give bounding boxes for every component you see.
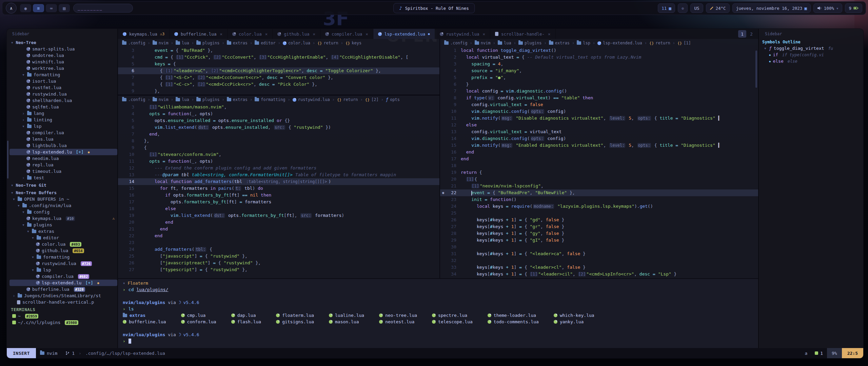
- code-line[interactable]: 23 init = function(): [440, 196, 758, 203]
- terminal-prompt-line[interactable]: ›: [123, 338, 758, 344]
- code-line[interactable]: 9 {: [118, 144, 439, 151]
- code-line[interactable]: 22 end: [118, 232, 439, 239]
- tree-item[interactable]: undotree.lua: [9, 52, 117, 59]
- symbol-item[interactable]: ◆ifif type(config.vi: [762, 52, 860, 58]
- code-line[interactable]: 19return {: [440, 169, 758, 176]
- tree-item[interactable]: lsp-extended.lu[+]●: [9, 149, 117, 155]
- tree-item[interactable]: compiler.lua#682: [9, 273, 117, 280]
- tree-item[interactable]: color.lua#493: [9, 241, 117, 247]
- code-line[interactable]: 19 vim.list_extend(dst: opts.formatters_…: [118, 212, 439, 219]
- editor-tab[interactable]: rustywind.lua×: [435, 29, 490, 39]
- tree-item[interactable]: sqlfmt.lua: [9, 104, 117, 110]
- tree-item[interactable]: ▾.config/nvim/lua: [9, 202, 117, 209]
- close-icon[interactable]: ×: [265, 32, 268, 37]
- code-line[interactable]: 6 vim.list_extend(dst: opts.ensure_insta…: [118, 124, 439, 131]
- breadcrumb-item[interactable]: editor: [255, 41, 275, 45]
- code-line[interactable]: 16 if opts.formatters_by_ft[ft] == nil t…: [118, 192, 439, 199]
- code-line[interactable]: 3 spacing = 4,: [440, 61, 758, 67]
- breadcrumb-item[interactable]: {}keys: [346, 41, 361, 45]
- code-line[interactable]: 21 end: [118, 226, 439, 232]
- code-editor-rustywind-lua[interactable]: 3 [1]"williamboman/mason.nvim",4 opts = …: [118, 104, 439, 278]
- code-line[interactable]: 18: [440, 162, 758, 169]
- code-line[interactable]: 15 for ft, formatters in pairs(t: tbl) d…: [118, 185, 439, 192]
- breadcrumb-item[interactable]: {}return: [649, 41, 670, 45]
- tree-item[interactable]: bufferline.lua#328: [9, 286, 117, 292]
- tree-item[interactable]: ▾OPEN BUFFERS in ~: [9, 196, 117, 202]
- code-line[interactable]: 26 ["javascriptreact"] = { "rustywind" }…: [118, 260, 439, 266]
- code-line[interactable]: 4 source = "if_many",: [440, 67, 758, 74]
- tabpage-indicator[interactable]: 2: [747, 30, 755, 38]
- breadcrumb-item[interactable]: extras: [227, 41, 248, 45]
- code-line[interactable]: 27 ["typescript"] = { "rustywind" },: [118, 266, 439, 273]
- clock-widget[interactable]: jueves, noviembre 16, 2023 ▣: [732, 3, 811, 13]
- code-editor-color-lua[interactable]: 3 event = { "BufRead" },4 cmd = { [1]"Cc…: [118, 47, 439, 95]
- tree-item[interactable]: ~/.c/n/l/plugins#3980: [9, 319, 117, 326]
- tree-item[interactable]: ▾lsp: [9, 267, 117, 273]
- tree-item[interactable]: timeout.lua: [9, 168, 117, 175]
- neo-tree-section-header[interactable]: ▾ Neo-Tree: [9, 39, 117, 46]
- tree-item[interactable]: worktree.lua: [9, 65, 117, 72]
- code-line[interactable]: 30: [440, 244, 758, 250]
- tree-item[interactable]: repl.lua: [9, 162, 117, 168]
- code-line[interactable]: 26 keys[#keys + 1] = { "gd", false }: [440, 217, 758, 223]
- editor-tab[interactable]: keymaps.lua⚠3: [118, 29, 170, 39]
- tree-item[interactable]: lightbulb.lua: [9, 142, 117, 149]
- code-line[interactable]: 20 end: [118, 219, 439, 226]
- breadcrumb-item[interactable]: .config: [444, 41, 468, 45]
- code-line[interactable]: 7 local config = vim.diagnostic.config(): [440, 88, 758, 95]
- workspace-button[interactable]: ▤: [59, 4, 70, 12]
- code-line[interactable]: 8 if type(v: config.virtual_text) == "ta…: [440, 95, 758, 101]
- media-widget[interactable]: ♪ Spiritbox - Rule Of Nines: [393, 3, 475, 13]
- code-line[interactable]: 5 prefix = "●",: [440, 74, 758, 81]
- code-line[interactable]: 32: [440, 257, 758, 264]
- code-line[interactable]: 16 end: [440, 149, 758, 156]
- tree-item[interactable]: rustywind.lua#726: [9, 260, 117, 267]
- close-icon[interactable]: ×: [548, 32, 551, 37]
- breadcrumb-item[interactable]: lsp-extended.lua: [597, 41, 642, 45]
- neo-tree-git-section-header[interactable]: ▾ Neo-Tree Git: [9, 182, 117, 188]
- close-icon[interactable]: ×: [313, 32, 315, 37]
- breadcrumb-item[interactable]: ƒopts: [386, 97, 400, 102]
- neo-tree-buffers-section-header[interactable]: ▾ Neo-Tree Buffers: [9, 189, 117, 196]
- terminals-section-header[interactable]: TERMINALS: [9, 306, 117, 313]
- code-line[interactable]: 10 vim.diagnostic.config(opts: config): [440, 108, 758, 115]
- code-line[interactable]: 1local function toggle_diag_virtext(): [440, 47, 758, 54]
- tree-item[interactable]: rustfmt.lua: [9, 84, 117, 91]
- code-line[interactable]: 20 [1]{: [440, 176, 758, 183]
- breadcrumb-item[interactable]: nvim: [153, 97, 169, 102]
- tree-item[interactable]: ▾formatting: [9, 254, 117, 260]
- code-line[interactable]: 2 local virtual_text = { -- Default virt…: [440, 54, 758, 61]
- breadcrumb-item[interactable]: color.lua: [283, 41, 310, 45]
- code-line[interactable]: 3 [1]"williamboman/mason.nvim",: [118, 104, 439, 110]
- breadcrumb-item[interactable]: plugins: [196, 41, 220, 45]
- tree-item[interactable]: winshift.lua: [9, 59, 117, 65]
- breadcrumb-item[interactable]: nvim: [475, 41, 491, 45]
- floaterm-panel[interactable]: ▾ Floaterm › cd lua/plugins/ nvim/lua/pl…: [118, 278, 758, 348]
- tree-item[interactable]: shellharden.lua: [9, 97, 117, 104]
- breadcrumb-item[interactable]: extras: [549, 41, 570, 45]
- editor-tab[interactable]: scrollbar-handle-×: [490, 29, 555, 39]
- code-line[interactable]: 12 --- Extend the conform plugin config …: [118, 165, 439, 171]
- breadcrumb-item[interactable]: formatting: [255, 97, 285, 102]
- code-line[interactable]: 10 [1]"stevearc/conform.nvim",: [118, 151, 439, 158]
- breadcrumb-item[interactable]: {}[1]: [677, 41, 691, 45]
- workspace-button[interactable]: ◉: [20, 4, 31, 12]
- breadcrumb-item[interactable]: {}[2]: [365, 97, 379, 102]
- tree-item[interactable]: ›linting: [9, 117, 117, 123]
- code-line[interactable]: 5 keys = {: [118, 61, 439, 67]
- code-line[interactable]: 8 { [1]"<C-c>", [2]"<cmd>CccPick<cr>", d…: [118, 81, 439, 88]
- tree-item[interactable]: scrollbar-handle-vertical.p: [9, 299, 117, 305]
- editor-tab[interactable]: compiler.lua×: [320, 29, 373, 39]
- tree-item[interactable]: ▾formatting: [9, 72, 117, 78]
- code-line[interactable]: 9 },: [118, 88, 439, 95]
- tree-item[interactable]: ▾plugins: [9, 222, 117, 228]
- tree-item[interactable]: lsp-extended.lu[+]●: [9, 280, 117, 286]
- symbol-item[interactable]: ◆elseelse: [762, 58, 860, 64]
- code-line[interactable]: 29 keys[#keys + 1] = { "gI", false }: [440, 237, 758, 244]
- editor-tab[interactable]: lsp-extended.lua●: [373, 29, 435, 39]
- tree-item[interactable]: ▾extras: [9, 228, 117, 235]
- breadcrumb-item[interactable]: rustywind.lua: [293, 97, 330, 102]
- editor-tab[interactable]: github.lua×: [273, 29, 320, 39]
- tree-item[interactable]: ›test: [9, 175, 117, 181]
- code-line[interactable]: 12 else: [440, 122, 758, 128]
